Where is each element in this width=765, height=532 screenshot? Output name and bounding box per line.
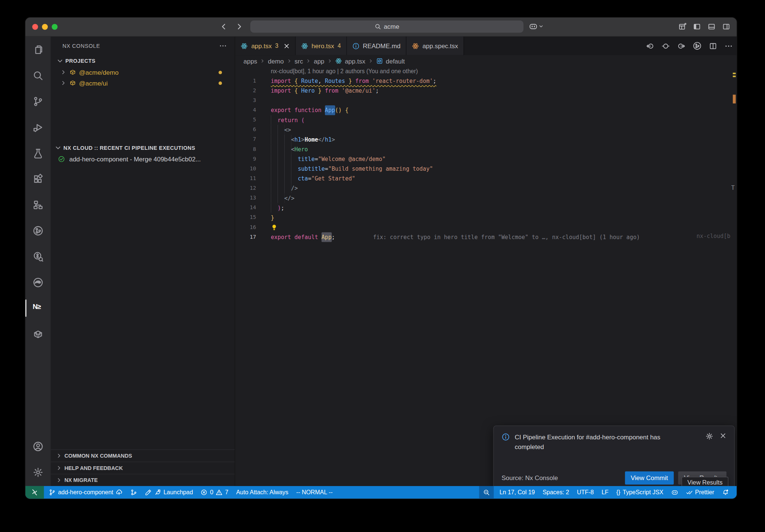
nx-cloud-section-header[interactable]: NX CLOUD :: RECENT CI PIPELINE EXECUTION… bbox=[51, 142, 235, 154]
belldot-icon bbox=[722, 489, 729, 496]
code-line-8[interactable]: 8 <Hero bbox=[235, 145, 737, 154]
section-common-nx-commands[interactable]: COMMON NX COMMANDS bbox=[51, 449, 235, 462]
activity-search[interactable] bbox=[25, 62, 51, 88]
activity-gitlens-inspect[interactable] bbox=[25, 244, 51, 269]
code-line-9[interactable]: 9 title="Welcome @acme/demo" bbox=[235, 154, 737, 164]
nav-edit-forward-icon[interactable] bbox=[677, 42, 685, 50]
project-item-acme-ui[interactable]: @acme/ui bbox=[51, 78, 235, 89]
code-line-3[interactable]: 3 bbox=[235, 96, 737, 105]
status-auto-attach[interactable]: Auto Attach: Always bbox=[232, 486, 292, 499]
code-line-16[interactable]: 16 bbox=[235, 223, 737, 232]
tab-hero.tsx[interactable]: hero.tsx4 bbox=[295, 37, 347, 55]
toggle-primary-sidebar-icon[interactable] bbox=[693, 22, 701, 31]
code-line-5[interactable]: 5 return ( bbox=[235, 115, 737, 125]
command-center-search[interactable]: acme bbox=[250, 21, 523, 33]
notification-close-icon[interactable] bbox=[720, 432, 727, 439]
activity-commit-graph[interactable] bbox=[25, 218, 51, 244]
toggle-secondary-sidebar-icon[interactable] bbox=[722, 22, 730, 31]
notification-source: Source: Nx Console bbox=[502, 474, 558, 482]
view-commit-button[interactable]: View Commit bbox=[625, 471, 674, 485]
breadcrumb-item[interactable]: app bbox=[314, 57, 324, 65]
split-editor-icon[interactable] bbox=[709, 42, 717, 50]
code-line-10[interactable]: 10 subtitle="Build something amazing tod… bbox=[235, 164, 737, 174]
run-pipeline-icon[interactable] bbox=[693, 41, 702, 50]
tab-README.md[interactable]: README.md bbox=[347, 37, 406, 55]
tab-app.tsx[interactable]: app.tsx3 bbox=[235, 37, 295, 55]
status-notifications[interactable] bbox=[718, 486, 733, 499]
code-line-14[interactable]: 14 ); bbox=[235, 203, 737, 213]
project-item-acme-demo[interactable]: @acme/demo bbox=[51, 67, 235, 78]
status-zoom-level[interactable] bbox=[479, 486, 493, 499]
minimize-window-button[interactable] bbox=[42, 24, 48, 30]
breadcrumb-item[interactable]: src bbox=[295, 57, 303, 65]
activity-bar-bottom bbox=[25, 433, 51, 486]
code-line-6[interactable]: 6 <> bbox=[235, 125, 737, 134]
activity-edge-tools[interactable] bbox=[25, 269, 51, 295]
breadcrumb-item[interactable]: demo bbox=[268, 57, 284, 65]
workbench: N≥ NX CONSOLE PROJECTS @acme/demo bbox=[25, 37, 737, 486]
activity-nx-console[interactable]: N≥ bbox=[25, 295, 51, 321]
activity-source-control[interactable] bbox=[25, 88, 51, 114]
pipeline-execution-item[interactable]: add-hero-component - Merge 409b44e5cb02.… bbox=[51, 154, 235, 164]
history-forward-icon[interactable] bbox=[235, 22, 244, 31]
symboldefault-icon bbox=[376, 58, 383, 64]
status-cursor-position[interactable]: Ln 17, Col 19 bbox=[496, 486, 539, 499]
status-vim-mode[interactable]: -- NORMAL -- bbox=[292, 486, 336, 499]
code-line-7[interactable]: 7 <h1>Home</h1> bbox=[235, 134, 737, 144]
toggle-panel-icon[interactable] bbox=[707, 22, 716, 31]
code-line-13[interactable]: 13 </> bbox=[235, 193, 737, 203]
line-content: import { Hero } from '@acme/ui'; bbox=[271, 86, 379, 96]
activity-containers[interactable] bbox=[25, 321, 51, 347]
status-encoding[interactable]: UTF-8 bbox=[573, 486, 598, 499]
activity-run-debug[interactable] bbox=[25, 114, 51, 140]
section-nx-migrate[interactable]: NX MIGRATE bbox=[51, 474, 235, 486]
section-help-and-feedback[interactable]: HELP AND FEEDBACK bbox=[51, 462, 235, 474]
more-actions-icon[interactable] bbox=[725, 42, 733, 50]
activity-explorer[interactable] bbox=[25, 37, 51, 62]
code-line-17[interactable]: 17export default App;fix: correct typo i… bbox=[235, 232, 737, 242]
code-line-11[interactable]: 11 cta="Get Started" bbox=[235, 174, 737, 183]
status-language-mode[interactable]: {}TypeScript JSX bbox=[612, 486, 667, 499]
projects-section-header[interactable]: PROJECTS bbox=[51, 55, 235, 67]
notification-settings-icon[interactable] bbox=[706, 432, 713, 440]
status-text: Launchpad bbox=[164, 489, 193, 496]
line-number: 17 bbox=[235, 232, 256, 242]
status-eol[interactable]: LF bbox=[598, 486, 612, 499]
breadcrumb-item[interactable]: default bbox=[386, 57, 405, 65]
status-problems[interactable]: 07 bbox=[197, 486, 232, 499]
line-number: 14 bbox=[235, 203, 256, 213]
status-launchpad[interactable]: Launchpad bbox=[141, 486, 197, 499]
code-line-12[interactable]: 12 /> bbox=[235, 183, 737, 193]
status-git-branch[interactable]: add-hero-component bbox=[45, 486, 126, 499]
code-line-15[interactable]: 15} bbox=[235, 213, 737, 222]
activity-testing[interactable] bbox=[25, 140, 51, 166]
breadcrumb-item[interactable]: app.tsx bbox=[345, 57, 365, 65]
copilot-menu[interactable] bbox=[529, 22, 543, 31]
package-icon bbox=[69, 80, 76, 86]
close-window-button[interactable] bbox=[32, 24, 38, 30]
nav-edit-back-icon[interactable] bbox=[646, 42, 654, 50]
search-icon bbox=[375, 24, 381, 30]
customize-layout-icon[interactable] bbox=[678, 22, 687, 31]
nav-edit-current-icon[interactable] bbox=[662, 42, 670, 50]
activity-project-structure[interactable] bbox=[25, 192, 51, 217]
activity-settings[interactable] bbox=[25, 459, 51, 485]
code-line-4[interactable]: 4export function App() { bbox=[235, 105, 737, 115]
lightbulb-icon[interactable] bbox=[271, 224, 278, 231]
code-line-1[interactable]: 1import { Route, Routes } from 'react-ro… bbox=[235, 76, 737, 86]
activity-accounts[interactable] bbox=[25, 433, 51, 459]
status-indentation[interactable]: Spaces: 2 bbox=[539, 486, 573, 499]
status-copilot-status[interactable] bbox=[667, 486, 682, 499]
sidebar-more-actions-icon[interactable] bbox=[219, 42, 227, 50]
status-formatter[interactable]: Prettier bbox=[682, 486, 718, 499]
close-tab-icon[interactable] bbox=[283, 43, 289, 49]
history-back-icon[interactable] bbox=[220, 22, 228, 31]
tab-app.spec.tsx[interactable]: app.spec.tsx bbox=[406, 37, 464, 55]
breadcrumb-item[interactable]: apps bbox=[244, 57, 257, 65]
status-git-graph[interactable] bbox=[126, 486, 141, 499]
zoom-window-button[interactable] bbox=[52, 24, 58, 30]
code-line-2[interactable]: 2import { Hero } from '@acme/ui'; bbox=[235, 86, 737, 96]
status-remote-indicator[interactable] bbox=[25, 486, 44, 499]
activity-extensions[interactable] bbox=[25, 166, 51, 192]
status-text: LF bbox=[601, 489, 608, 496]
